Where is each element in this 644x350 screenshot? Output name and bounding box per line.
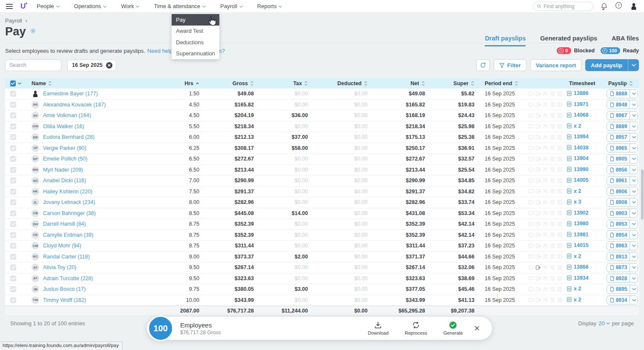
id-card-icon[interactable] — [557, 178, 563, 184]
menu-item-work[interactable]: Work — [121, 3, 139, 9]
menu-item-operations[interactable]: Operations — [74, 3, 107, 9]
clipboard-forward-icon[interactable] — [535, 178, 541, 184]
comment-icon[interactable] — [528, 135, 534, 140]
generate-button[interactable]: Generate — [443, 321, 463, 336]
layers-icon[interactable] — [550, 200, 555, 205]
people-icon[interactable] — [543, 123, 548, 129]
payslip-dropdown-toggle[interactable] — [630, 100, 638, 109]
people-icon[interactable] — [543, 275, 548, 281]
row-checkbox[interactable] — [10, 243, 16, 249]
employee-link[interactable]: Emelie Pollich (50) — [43, 156, 87, 162]
comment-icon[interactable] — [528, 178, 534, 184]
clipboard-forward-icon[interactable] — [535, 113, 541, 118]
payslip-dropdown-toggle[interactable] — [630, 209, 638, 217]
clipboard-forward-icon[interactable] — [535, 243, 541, 249]
comment-icon[interactable] — [528, 297, 534, 303]
column-header-gross[interactable]: Gross — [210, 80, 254, 86]
payslip-button[interactable]: 8913 — [607, 252, 630, 261]
payslip-button[interactable]: 8934 — [607, 296, 630, 304]
layers-icon[interactable] — [550, 275, 555, 281]
layers-icon[interactable] — [550, 232, 555, 238]
column-header-net[interactable]: Net — [378, 80, 425, 86]
clipboard-forward-icon[interactable] — [535, 91, 541, 97]
clipboard-forward-icon[interactable] — [535, 297, 541, 303]
row-checkbox[interactable] — [10, 91, 16, 97]
layers-icon[interactable] — [550, 189, 555, 194]
timesheet-link[interactable]: 14015 — [566, 242, 589, 248]
clipboard-forward-icon[interactable] — [535, 265, 541, 270]
payslip-dropdown-toggle[interactable] — [630, 220, 638, 228]
timesheet-link[interactable]: x 3 — [566, 199, 581, 205]
menu-item-payroll[interactable]: Payroll — [220, 3, 243, 9]
layers-icon[interactable] — [550, 156, 555, 162]
layers-icon[interactable] — [550, 254, 555, 259]
layers-icon[interactable] — [550, 123, 555, 129]
timesheet-link[interactable]: 13971 — [566, 101, 589, 107]
add-payslip-dropdown-toggle[interactable] — [628, 59, 639, 71]
row-checkbox[interactable] — [10, 156, 16, 162]
help-icon[interactable]: ? — [615, 2, 622, 11]
payslip-dropdown-toggle[interactable] — [630, 231, 638, 239]
payslip-button[interactable]: 8967 — [607, 112, 630, 120]
payslip-button[interactable]: 8956 — [607, 166, 630, 174]
timesheet-link[interactable]: 13866 — [566, 264, 589, 270]
timesheet-link[interactable]: x 2 — [566, 188, 581, 194]
people-icon[interactable] — [543, 156, 548, 162]
payslip-button[interactable]: 8889 — [607, 122, 630, 130]
tab-generated-payslips[interactable]: Generated payslips — [540, 35, 597, 46]
payslip-button[interactable]: 8957 — [607, 133, 630, 141]
page-size-select[interactable]: 20 — [598, 320, 610, 327]
id-card-icon[interactable] — [557, 265, 563, 270]
timesheet-link[interactable]: x 2 — [566, 297, 581, 303]
employee-link[interactable]: Randal Carter (118) — [43, 254, 90, 260]
id-card-icon[interactable] — [557, 287, 563, 292]
comment-icon[interactable] — [528, 210, 534, 216]
employee-link[interactable]: Amie Volkman (164) — [43, 112, 91, 118]
find-anything-input[interactable] — [543, 3, 589, 9]
table-search-input[interactable] — [5, 60, 61, 71]
employee-link[interactable]: Eudora Bernhard (28) — [43, 134, 95, 140]
payslip-dropdown-toggle[interactable] — [630, 274, 638, 282]
row-checkbox[interactable] — [10, 112, 16, 118]
layers-icon[interactable] — [550, 113, 555, 118]
foundu-logo[interactable]: U — [20, 2, 26, 11]
column-header-deducted[interactable]: Deducted — [318, 80, 368, 86]
close-action-bar-icon[interactable]: ✕ — [474, 324, 480, 333]
clipboard-forward-icon[interactable] — [535, 254, 541, 259]
id-card-icon[interactable] — [557, 113, 563, 118]
layers-icon[interactable] — [550, 91, 555, 97]
clipboard-forward-icon[interactable] — [535, 275, 541, 281]
employee-link[interactable]: Timmy Wolff (162) — [43, 297, 86, 303]
menu-item-reports[interactable]: Reports — [257, 3, 282, 9]
tab-aba-files[interactable]: ABA files — [612, 35, 639, 46]
payslip-button[interactable]: 8954 — [607, 231, 630, 239]
timesheet-link[interactable]: 13934 — [566, 275, 589, 281]
people-icon[interactable] — [543, 189, 548, 194]
payslip-button[interactable]: 8908 — [607, 198, 630, 207]
timesheet-link[interactable]: 14068 — [566, 112, 589, 118]
settings-gear-icon[interactable] — [30, 28, 36, 36]
payslip-dropdown-toggle[interactable] — [630, 285, 638, 293]
layers-icon[interactable] — [550, 145, 555, 151]
dropdown-item-deductions[interactable]: Deductions — [172, 37, 219, 48]
employee-link[interactable]: Camylle Erdman (39) — [43, 232, 93, 238]
id-card-icon[interactable] — [557, 189, 563, 194]
layers-icon[interactable] — [550, 243, 555, 249]
select-all-checkbox[interactable] — [10, 80, 16, 86]
row-checkbox[interactable] — [10, 210, 16, 216]
payslip-button[interactable]: 8965 — [607, 144, 630, 152]
timesheet-link[interactable]: 13904 — [566, 155, 589, 161]
payslip-button[interactable]: 8873 — [607, 264, 630, 272]
comment-icon[interactable] — [528, 156, 534, 162]
payslip-button[interactable]: 8961 — [607, 177, 630, 185]
clipboard-forward-icon[interactable] — [535, 189, 541, 194]
employee-link[interactable]: Alivia Toy (20) — [43, 264, 76, 270]
employee-link[interactable]: Adrain Turcotte (228) — [43, 275, 93, 281]
payslip-button[interactable]: 8905 — [607, 155, 630, 163]
payslip-dropdown-toggle[interactable] — [630, 187, 638, 195]
people-icon[interactable] — [543, 210, 548, 216]
comment-icon[interactable] — [528, 243, 534, 249]
id-card-icon[interactable] — [557, 135, 563, 140]
add-payslip-button[interactable]: Add payslip — [585, 59, 628, 71]
row-checkbox[interactable] — [10, 232, 16, 238]
